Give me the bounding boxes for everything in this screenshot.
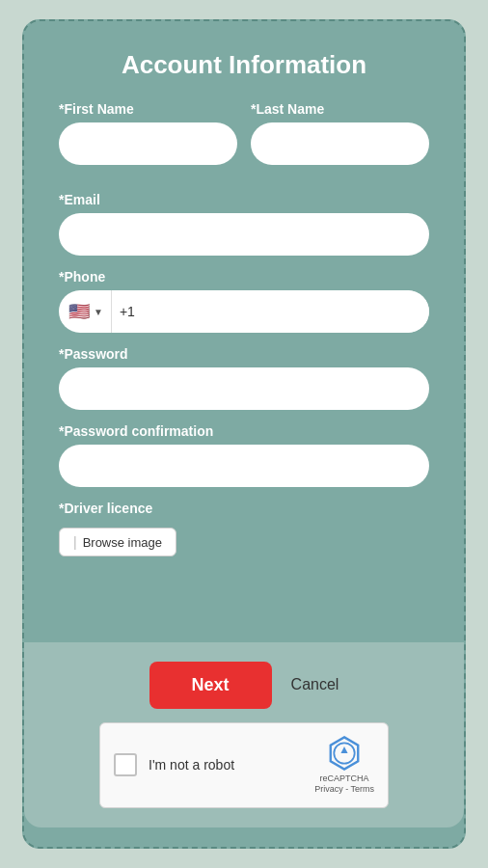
recaptcha-logo-area: reCAPTCHA Privacy - Terms	[314, 735, 374, 796]
email-input[interactable]	[59, 213, 429, 256]
recaptcha-box: I'm not a robot reCAPTCHA Privacy - Term…	[99, 722, 389, 808]
chevron-down-icon: ▼	[94, 307, 103, 317]
recaptcha-logo-icon	[326, 735, 363, 772]
recaptcha-brand: reCAPTCHA Privacy - Terms	[314, 773, 374, 796]
phone-label: *Phone	[59, 269, 429, 285]
last-name-label: *Last Name	[251, 101, 429, 117]
first-name-input[interactable]	[59, 122, 237, 165]
form-area: Account Information *First Name *Last Na…	[24, 21, 464, 642]
phone-input[interactable]	[143, 290, 429, 333]
password-group: *Password	[59, 346, 429, 410]
browse-image-label: Browse image	[83, 535, 162, 550]
recaptcha-text: I'm not a robot	[149, 757, 234, 773]
password-input[interactable]	[59, 367, 429, 410]
button-row: Next Cancel	[149, 662, 339, 709]
phone-wrapper: 🇺🇸 ▼ +1	[59, 290, 429, 333]
main-container: Account Information *First Name *Last Na…	[22, 19, 466, 849]
recaptcha-checkbox[interactable]	[114, 753, 137, 776]
phone-flag-selector[interactable]: 🇺🇸 ▼	[59, 290, 112, 333]
recaptcha-left: I'm not a robot	[114, 753, 234, 776]
password-confirm-input[interactable]	[59, 445, 429, 487]
flag-icon: 🇺🇸	[68, 301, 90, 322]
cancel-link[interactable]: Cancel	[291, 676, 339, 693]
last-name-input[interactable]	[251, 122, 429, 165]
last-name-group: *Last Name	[251, 101, 429, 165]
first-name-label: *First Name	[59, 101, 237, 117]
phone-prefix: +1	[112, 304, 143, 319]
name-row: *First Name *Last Name	[59, 101, 429, 178]
driver-licence-section: *Driver licence Browse image	[59, 501, 429, 556]
next-button[interactable]: Next	[149, 662, 272, 709]
footer-area: Next Cancel I'm not a robot reCAPTCHA Pr…	[24, 642, 464, 827]
page-title: Account Information	[59, 50, 429, 80]
driver-licence-label: *Driver licence	[59, 501, 429, 516]
email-group: *Email	[59, 192, 429, 256]
phone-group: *Phone 🇺🇸 ▼ +1	[59, 269, 429, 333]
browse-image-button[interactable]: Browse image	[59, 528, 176, 556]
email-label: *Email	[59, 192, 429, 207]
password-label: *Password	[59, 346, 429, 362]
first-name-group: *First Name	[59, 101, 237, 165]
password-confirm-label: *Password confirmation	[59, 423, 429, 439]
password-confirm-group: *Password confirmation	[59, 423, 429, 487]
